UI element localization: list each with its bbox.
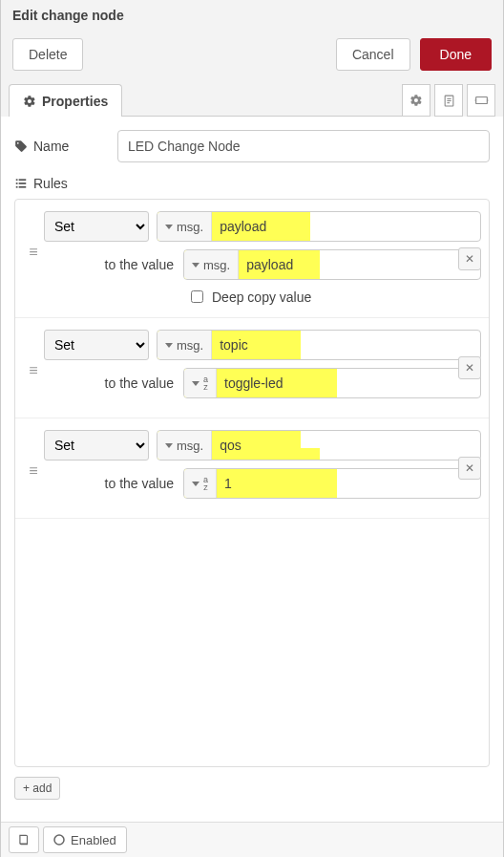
string-type-icon: az <box>203 375 208 391</box>
form-body: Name Rules ≡Setmsg.to the valuemsg.Deep … <box>1 117 503 857</box>
enabled-label: Enabled <box>71 833 116 847</box>
name-input[interactable] <box>117 130 490 162</box>
name-label: Name <box>33 139 69 154</box>
delete-button[interactable]: Delete <box>12 38 83 71</box>
svg-rect-11 <box>16 186 18 188</box>
typed-value-input[interactable] <box>212 212 480 241</box>
caret-down-icon <box>192 381 200 386</box>
rule-item: ≡Setmsg.to the valueaz✕ <box>15 418 489 519</box>
typed-value-input[interactable] <box>217 469 480 498</box>
tag-icon <box>14 139 28 153</box>
tab-label: Properties <box>42 85 108 118</box>
list-icon <box>14 177 28 190</box>
footer-toolbar: Enabled <box>1 822 503 857</box>
svg-rect-12 <box>19 186 27 188</box>
string-type-icon: az <box>203 476 208 491</box>
to-value-label: to the value <box>44 257 176 272</box>
caret-down-icon <box>165 343 173 348</box>
plus-icon: + <box>23 782 30 795</box>
type-label: msg. <box>177 338 203 353</box>
rules-list: ≡Setmsg.to the valuemsg.Deep copy value✕… <box>14 199 490 767</box>
gear-icon <box>23 95 36 108</box>
edit-panel: Edit change node Delete Cancel Done Prop… <box>0 0 504 857</box>
done-button[interactable]: Done <box>420 38 492 71</box>
rules-label-row: Rules <box>14 176 490 191</box>
tab-properties[interactable]: Properties <box>9 84 122 117</box>
to-value-label: to the value <box>44 375 176 391</box>
circle-icon <box>53 834 65 846</box>
type-selector-button[interactable]: msg. <box>158 212 212 241</box>
type-label: msg. <box>177 220 203 234</box>
typed-value-input[interactable] <box>239 250 480 279</box>
header-buttons: Delete Cancel Done <box>12 32 492 75</box>
svg-rect-8 <box>19 179 27 181</box>
tabs-row: Properties <box>1 84 503 117</box>
rule-value-field: az <box>183 468 481 499</box>
rule-action-select[interactable]: Set <box>44 430 149 461</box>
panel-header: Edit change node Delete Cancel Done <box>1 0 503 84</box>
caret-down-icon <box>165 443 173 448</box>
add-label: add <box>32 782 52 795</box>
svg-point-13 <box>54 835 64 845</box>
rule-item: ≡Setmsg.to the valuemsg.Deep copy value✕ <box>15 200 489 318</box>
bars-icon[interactable]: ≡ <box>23 462 44 480</box>
svg-rect-9 <box>16 182 18 184</box>
bars-icon[interactable]: ≡ <box>23 244 44 261</box>
svg-rect-10 <box>19 182 27 184</box>
rule-action-select[interactable]: Set <box>44 211 149 242</box>
deep-copy-checkbox[interactable] <box>191 290 203 303</box>
caret-down-icon <box>192 482 200 486</box>
rule-target-field: msg. <box>157 430 481 461</box>
book-icon <box>17 833 31 846</box>
rule-item: ≡Setmsg.to the valueaz✕ <box>15 318 489 418</box>
rule-value-field: az <box>183 368 481 398</box>
to-value-label: to the value <box>44 476 176 491</box>
appearance-icon-tab[interactable] <box>467 84 495 117</box>
add-rule-button[interactable]: + add <box>14 777 60 800</box>
enabled-toggle[interactable]: Enabled <box>43 826 127 853</box>
type-selector-button[interactable]: msg. <box>158 331 212 359</box>
docs-button[interactable] <box>9 826 39 853</box>
description-icon-tab[interactable] <box>434 84 463 117</box>
svg-rect-4 <box>475 97 487 104</box>
bars-icon[interactable]: ≡ <box>23 362 44 379</box>
type-selector-button[interactable]: msg. <box>158 431 212 460</box>
cancel-button[interactable]: Cancel <box>336 38 410 71</box>
type-selector-button[interactable]: msg. <box>184 250 239 279</box>
rule-action-select[interactable]: Set <box>44 330 149 360</box>
type-selector-button[interactable]: az <box>184 369 217 397</box>
typed-value-input[interactable] <box>212 431 480 460</box>
deep-copy-label: Deep copy value <box>212 289 311 305</box>
settings-icon-tab[interactable] <box>402 84 430 117</box>
typed-value-input[interactable] <box>217 369 480 397</box>
type-label: msg. <box>177 439 203 453</box>
panel-title: Edit change node <box>12 8 492 32</box>
rule-value-field: msg. <box>183 249 481 280</box>
rule-target-field: msg. <box>157 330 481 360</box>
rules-label: Rules <box>33 176 68 191</box>
rule-target-field: msg. <box>157 211 481 242</box>
caret-down-icon <box>165 225 173 229</box>
name-row: Name <box>14 130 490 162</box>
type-selector-button[interactable]: az <box>184 469 217 498</box>
caret-down-icon <box>192 263 200 268</box>
typed-value-input[interactable] <box>212 331 480 359</box>
svg-rect-7 <box>16 179 18 181</box>
type-label: msg. <box>203 258 230 272</box>
